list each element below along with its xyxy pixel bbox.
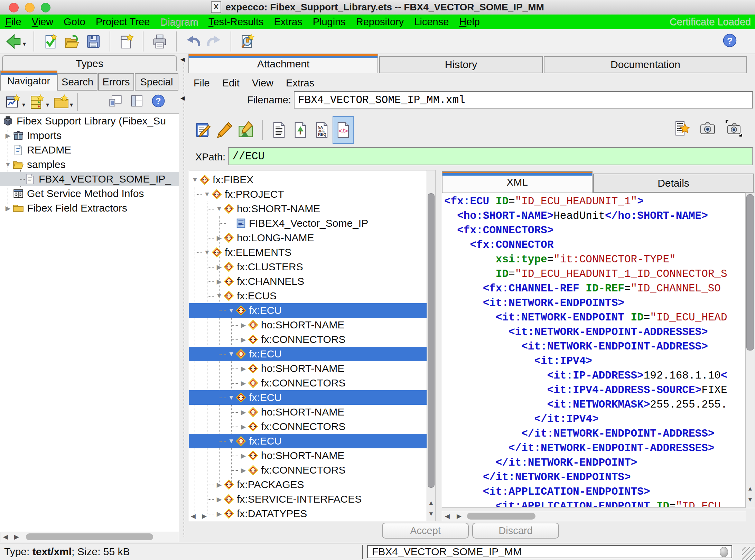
attachment-menu-edit[interactable]: Edit bbox=[222, 77, 240, 89]
tab-details[interactable]: Details bbox=[593, 174, 754, 193]
expander-closed-icon[interactable]: ▶ bbox=[215, 263, 224, 271]
expander-open-icon[interactable]: ▼ bbox=[203, 249, 212, 256]
menu-goto[interactable]: Goto bbox=[58, 16, 91, 28]
xml-tree-item[interactable]: ▼fx:ECU bbox=[189, 434, 427, 448]
xml-tree-item[interactable]: ▶ho:SHORT-NAME bbox=[189, 318, 427, 332]
scroll-up-icon[interactable]: ▲ bbox=[746, 485, 755, 492]
menu-extras[interactable]: Extras bbox=[269, 16, 307, 28]
tab-history[interactable]: History bbox=[379, 56, 543, 73]
expander-closed-icon[interactable]: ▶ bbox=[239, 423, 248, 431]
expander-open-icon[interactable]: ▼ bbox=[203, 190, 212, 198]
expander-closed-icon[interactable]: ▶ bbox=[215, 495, 224, 503]
menu-view[interactable]: View bbox=[27, 16, 58, 28]
xml-tree-item[interactable]: ▶fx:SERVICE-INTERFACES bbox=[189, 492, 427, 506]
open-folder-button[interactable] bbox=[61, 31, 83, 52]
menu-plugins[interactable]: Plugins bbox=[308, 16, 351, 28]
xml-tree-vscrollbar[interactable]: ▲ ▼ bbox=[427, 170, 436, 521]
scrollbar-thumb[interactable] bbox=[746, 194, 754, 351]
collapse-left-icon[interactable]: ◀ bbox=[180, 95, 185, 101]
expander-open-icon[interactable]: ▼ bbox=[227, 307, 236, 314]
menu-help[interactable]: Help bbox=[454, 16, 485, 28]
discard-button[interactable]: Discard bbox=[472, 523, 559, 539]
xml-tree-item[interactable]: ▼fx:PROJECT bbox=[189, 187, 427, 202]
tab-types[interactable]: Types bbox=[2, 55, 177, 71]
sidebar-tree-item[interactable]: ▼samples bbox=[0, 157, 179, 172]
sidebar-tree-item[interactable]: Fibex Support Library (Fibex_Su bbox=[0, 114, 179, 128]
xml-tree-item[interactable]: ▼fx:ECU bbox=[189, 347, 427, 361]
xml-tree-item[interactable]: ▶fx:CONNECTORS bbox=[189, 332, 427, 347]
xml-source-hscrollbar[interactable]: ◀ ▶ bbox=[442, 511, 746, 521]
edit-notepad-button[interactable] bbox=[192, 116, 214, 144]
xml-source-vscrollbar[interactable]: ▲ ▼ bbox=[745, 193, 755, 508]
scrollbar-thumb[interactable] bbox=[467, 513, 535, 520]
filename-input[interactable] bbox=[294, 91, 753, 109]
menu-repository[interactable]: Repository bbox=[351, 16, 409, 28]
xml-tree-item[interactable]: ▼fx:FIBEX bbox=[189, 172, 427, 187]
new-folder-button[interactable] bbox=[51, 93, 71, 112]
xml-view-button[interactable]: </> bbox=[333, 116, 354, 144]
doc-new-star-button[interactable] bbox=[672, 119, 691, 138]
tab-navigator[interactable]: Navigator bbox=[0, 71, 57, 91]
split-view-button[interactable] bbox=[129, 93, 145, 109]
xml-tree-item[interactable]: ▶ho:LONG-NAME bbox=[189, 231, 427, 245]
undo-button[interactable] bbox=[182, 31, 204, 52]
xml-tree-item[interactable]: ▶ho:SHORT-NAME bbox=[189, 361, 427, 376]
sidebar-tree-item[interactable]: Get Service Method Infos bbox=[0, 186, 179, 201]
tab-special[interactable]: Special bbox=[135, 73, 178, 91]
doc-req-button[interactable]: 5A3FEREQ bbox=[311, 116, 333, 144]
expander-closed-icon[interactable]: ▶ bbox=[239, 379, 248, 387]
dock-window-button[interactable] bbox=[108, 93, 123, 109]
chevron-down-icon[interactable]: ▾ bbox=[46, 101, 49, 109]
help-button[interactable]: ? bbox=[151, 93, 166, 109]
pencil-image-button[interactable] bbox=[235, 116, 257, 144]
scrollbar-thumb[interactable] bbox=[428, 193, 435, 488]
tab-attachment[interactable]: Attachment bbox=[188, 54, 378, 73]
camera-button[interactable] bbox=[698, 119, 717, 138]
xml-tree-item[interactable]: ▶fx:CHANNELS bbox=[189, 274, 427, 289]
sidebar-tree-item[interactable]: README bbox=[0, 143, 179, 157]
scroll-left-icon[interactable]: ◀ bbox=[445, 512, 450, 520]
accept-doc-button[interactable] bbox=[40, 31, 61, 52]
save-button[interactable] bbox=[83, 31, 104, 52]
xml-tree-item[interactable]: ▼fx:ECUS bbox=[189, 289, 427, 303]
left-panel-hscrollbar[interactable]: ◀ ▶ bbox=[1, 532, 179, 542]
expander-closed-icon[interactable]: ▶ bbox=[239, 466, 248, 474]
new-window-button[interactable] bbox=[116, 31, 137, 52]
attachment-menu-view[interactable]: View bbox=[252, 77, 273, 89]
expander-closed-icon[interactable]: ▶ bbox=[239, 336, 248, 344]
accept-button[interactable]: Accept bbox=[382, 523, 469, 539]
expander-closed-icon[interactable]: ▶ bbox=[215, 481, 224, 489]
redo-button[interactable] bbox=[204, 31, 225, 52]
scroll-right-icon[interactable]: ▶ bbox=[14, 533, 19, 541]
xml-tree-item[interactable]: FIBEX4_Vector_Some_IP bbox=[189, 216, 427, 231]
xml-tree-item[interactable]: ▼fx:ECU bbox=[189, 390, 427, 405]
tab-errors[interactable]: Errors bbox=[98, 73, 134, 91]
xml-tree-item[interactable]: ▶fx:PACKAGES bbox=[189, 477, 427, 492]
chevron-down-icon[interactable]: ▾ bbox=[70, 101, 73, 109]
pencil-button[interactable] bbox=[214, 116, 235, 144]
xml-tree-item[interactable]: ▶ho:SHORT-NAME bbox=[189, 405, 427, 419]
tab-search[interactable]: Search bbox=[57, 73, 97, 91]
resize-grip[interactable] bbox=[742, 547, 755, 560]
scroll-up-icon[interactable]: ▲ bbox=[427, 500, 435, 506]
xml-tree-item[interactable]: ▶fx:CONNECTORS bbox=[189, 463, 427, 477]
expander-closed-icon[interactable]: ▶ bbox=[215, 278, 224, 286]
expander-open-icon[interactable]: ▼ bbox=[227, 437, 236, 445]
xml-tree-item[interactable]: ▶fx:CONNECTORS bbox=[189, 419, 427, 434]
new-diagram-button[interactable] bbox=[3, 93, 24, 112]
collapse-left-icon[interactable]: ◀ bbox=[180, 56, 185, 63]
sidebar-tree-item[interactable]: ▶Fibex Field Extractors bbox=[0, 201, 179, 215]
expander-closed-icon[interactable]: ▶ bbox=[215, 510, 224, 518]
camera-region-button[interactable] bbox=[725, 119, 743, 138]
panel-splitter[interactable]: ◀ ◀ bbox=[180, 55, 188, 543]
expander-closed-icon[interactable]: ▶ bbox=[239, 365, 248, 373]
print-button[interactable] bbox=[149, 31, 170, 52]
expander-closed-icon[interactable]: ▶ bbox=[239, 408, 248, 416]
back-arrow-button[interactable] bbox=[3, 31, 24, 52]
scroll-left-icon[interactable]: ◀ bbox=[191, 512, 196, 520]
menu-test-results[interactable]: Test-Results bbox=[203, 16, 269, 28]
expander-closed-icon[interactable]: ▶ bbox=[3, 132, 12, 140]
doc-text-button[interactable] bbox=[268, 116, 290, 144]
expander-open-icon[interactable]: ▼ bbox=[215, 205, 224, 213]
scroll-down-icon[interactable]: ▼ bbox=[746, 496, 755, 503]
